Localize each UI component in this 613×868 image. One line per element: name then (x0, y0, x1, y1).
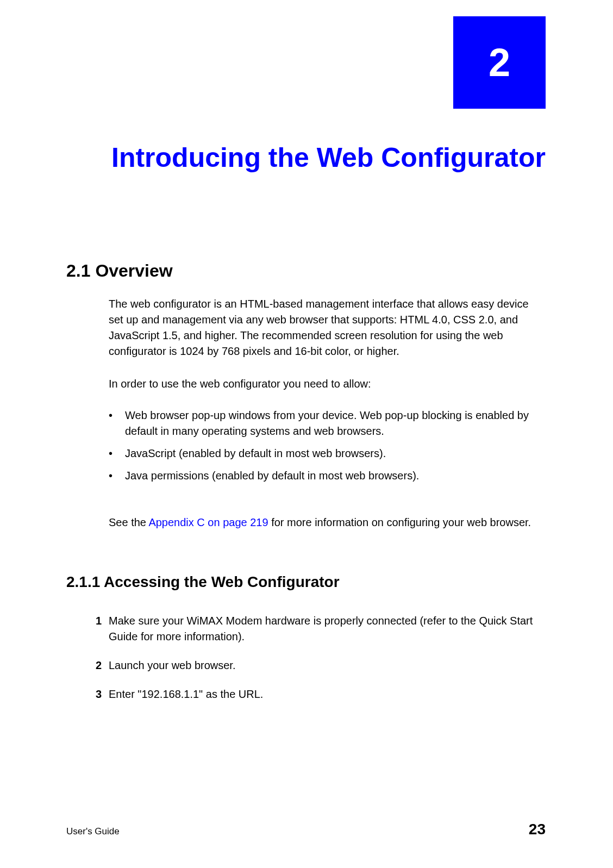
step-item: 2 Launch your web browser. (109, 658, 542, 673)
chapter-label: CHAPTER (394, 95, 445, 107)
appendix-link[interactable]: Appendix C on page 219 (148, 516, 268, 528)
footer-page-number: 23 (529, 821, 546, 838)
overview-paragraph-2: In order to use the web configurator you… (109, 376, 542, 392)
step-text: Make sure your WiMAX Modem hardware is p… (109, 613, 542, 645)
step-item: 3 Enter "192.168.1.1" as the URL. (109, 686, 542, 702)
chapter-tab: 2 (453, 16, 546, 109)
bullet-text: Web browser pop-up windows from your dev… (125, 408, 542, 439)
step-item: 1 Make sure your WiMAX Modem hardware is… (109, 613, 542, 645)
overview-paragraph-1: The web configurator is an HTML-based ma… (109, 296, 542, 359)
accessing-steps-list: 1 Make sure your WiMAX Modem hardware is… (109, 613, 542, 715)
bullet-marker: • (109, 408, 125, 439)
step-text: Launch your web browser. (109, 658, 542, 673)
section-heading-overview: 2.1 Overview (66, 261, 173, 281)
chapter-number: 2 (489, 40, 510, 85)
step-text: Enter "192.168.1.1" as the URL. (109, 686, 542, 702)
overview-paragraph-3: See the Appendix C on page 219 for more … (109, 515, 542, 530)
bullet-text: JavaScript (enabled by default in most w… (125, 446, 542, 461)
para3-pre: See the (109, 516, 148, 528)
para3-post: for more information on configuring your… (268, 516, 531, 528)
bullet-marker: • (109, 468, 125, 484)
subsection-heading-accessing: 2.1.1 Accessing the Web Configurator (66, 573, 340, 591)
requirements-bullet-list: • Web browser pop-up windows from your d… (109, 408, 542, 490)
bullet-text: Java permissions (enabled by default in … (125, 468, 542, 484)
step-number: 1 (96, 613, 109, 645)
bullet-item: • Web browser pop-up windows from your d… (109, 408, 542, 439)
step-number: 2 (96, 658, 109, 673)
footer-guide-label: User's Guide (66, 826, 120, 837)
bullet-item: • Java permissions (enabled by default i… (109, 468, 542, 484)
step-number: 3 (96, 686, 109, 702)
bullet-item: • JavaScript (enabled by default in most… (109, 446, 542, 461)
page-footer: User's Guide 23 (66, 821, 546, 838)
bullet-marker: • (109, 446, 125, 461)
chapter-title: Introducing the Web Configurator (76, 141, 546, 174)
